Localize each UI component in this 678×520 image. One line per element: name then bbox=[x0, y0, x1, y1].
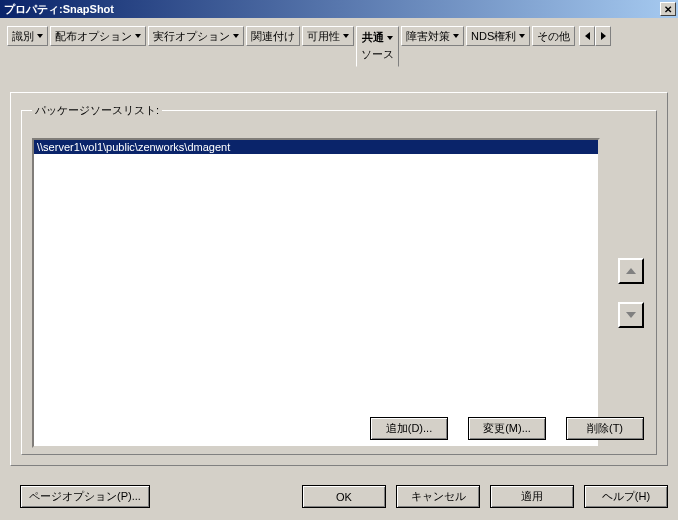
package-source-list[interactable]: \\server1\vol1\public\zenworks\dmagent bbox=[32, 138, 600, 448]
move-down-button[interactable] bbox=[618, 302, 644, 328]
list-item[interactable]: \\server1\vol1\public\zenworks\dmagent bbox=[34, 140, 598, 154]
arrow-left-icon bbox=[585, 32, 590, 40]
apply-button[interactable]: 適用 bbox=[490, 485, 574, 508]
tab-other[interactable]: その他 bbox=[532, 26, 575, 46]
reorder-buttons bbox=[618, 258, 644, 328]
title-bar: プロパティ:SnapShot ✕ bbox=[0, 0, 678, 18]
arrow-down-icon bbox=[626, 312, 636, 318]
change-button[interactable]: 変更(M)... bbox=[468, 417, 546, 440]
tab-strip: 識別 配布オプション 実行オプション 関連付け 可用性 共通 ソース 障害対策 bbox=[7, 26, 671, 66]
delete-button[interactable]: 削除(T) bbox=[566, 417, 644, 440]
tab-scroll-controls bbox=[579, 26, 611, 46]
tab-common[interactable]: 共通 ソース bbox=[356, 26, 399, 67]
content-panel: パッケージソースリスト: \\server1\vol1\public\zenwo… bbox=[10, 92, 668, 466]
dialog-buttons: ページオプション(P)... OK キャンセル 適用 ヘルプ(H) bbox=[10, 485, 668, 508]
chevron-down-icon bbox=[233, 34, 239, 38]
tab-label: その他 bbox=[537, 29, 570, 44]
arrow-right-icon bbox=[601, 32, 606, 40]
package-source-group: パッケージソースリスト: \\server1\vol1\public\zenwo… bbox=[21, 103, 657, 455]
tab-label: 障害対策 bbox=[406, 29, 450, 44]
chevron-down-icon bbox=[37, 34, 43, 38]
tab-label: 可用性 bbox=[307, 29, 340, 44]
tab-label: 識別 bbox=[12, 29, 34, 44]
arrow-up-icon bbox=[626, 268, 636, 274]
list-action-buttons: 追加(D)... 変更(M)... 削除(T) bbox=[370, 417, 644, 440]
cancel-button[interactable]: キャンセル bbox=[396, 485, 480, 508]
window-title: プロパティ:SnapShot bbox=[4, 2, 660, 17]
tab-scroll-left[interactable] bbox=[579, 26, 595, 46]
tab-sublabel: ソース bbox=[361, 47, 394, 62]
tab-label: 配布オプション bbox=[55, 29, 132, 44]
tab-nds-rights[interactable]: NDS権利 bbox=[466, 26, 530, 46]
tab-distribution-options[interactable]: 配布オプション bbox=[50, 26, 146, 46]
tab-identification[interactable]: 識別 bbox=[7, 26, 48, 46]
chevron-down-icon bbox=[343, 34, 349, 38]
page-options-button[interactable]: ページオプション(P)... bbox=[20, 485, 150, 508]
ok-button[interactable]: OK bbox=[302, 485, 386, 508]
chevron-down-icon bbox=[135, 34, 141, 38]
chevron-down-icon bbox=[519, 34, 525, 38]
add-button[interactable]: 追加(D)... bbox=[370, 417, 448, 440]
tab-label: 共通 bbox=[362, 30, 384, 45]
tab-scroll-right[interactable] bbox=[595, 26, 611, 46]
close-button[interactable]: ✕ bbox=[660, 2, 676, 16]
tab-associations[interactable]: 関連付け bbox=[246, 26, 300, 46]
close-icon: ✕ bbox=[664, 4, 672, 15]
tab-run-options[interactable]: 実行オプション bbox=[148, 26, 244, 46]
tab-availability[interactable]: 可用性 bbox=[302, 26, 354, 46]
chevron-down-icon bbox=[387, 36, 393, 40]
tab-label: 実行オプション bbox=[153, 29, 230, 44]
tab-label: 関連付け bbox=[251, 29, 295, 44]
help-button[interactable]: ヘルプ(H) bbox=[584, 485, 668, 508]
groupbox-label: パッケージソースリスト: bbox=[32, 103, 162, 118]
chevron-down-icon bbox=[453, 34, 459, 38]
window-body: 識別 配布オプション 実行オプション 関連付け 可用性 共通 ソース 障害対策 bbox=[0, 18, 678, 520]
tab-label: NDS権利 bbox=[471, 29, 516, 44]
move-up-button[interactable] bbox=[618, 258, 644, 284]
tab-fault-tolerance[interactable]: 障害対策 bbox=[401, 26, 464, 46]
